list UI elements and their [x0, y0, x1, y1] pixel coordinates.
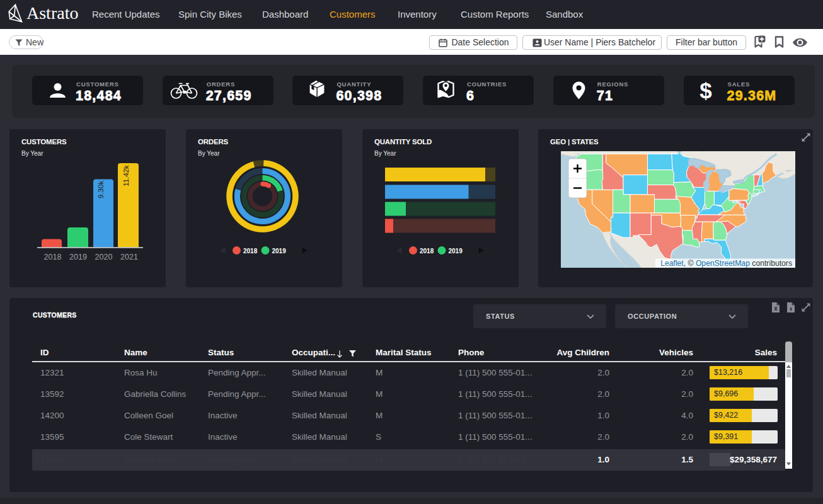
svg-text:2019: 2019 — [69, 253, 87, 261]
svg-text:2018: 2018 — [243, 248, 258, 255]
svg-text:2021: 2021 — [120, 253, 138, 261]
svg-text:2020: 2020 — [95, 253, 113, 261]
svg-text:,: , — [790, 302, 792, 311]
svg-text:$: $ — [699, 79, 711, 103]
svg-text:11.42k: 11.42k — [122, 165, 130, 186]
svg-text:Leaflet, © OpenStreetMap contr: Leaflet, © OpenStreetMap contributors — [660, 259, 792, 268]
svg-text:2019: 2019 — [449, 248, 463, 255]
svg-text:9.30k: 9.30k — [97, 181, 105, 198]
svg-text:2018: 2018 — [44, 253, 62, 261]
svg-text:x: x — [774, 305, 778, 312]
svg-text:2018: 2018 — [420, 248, 434, 255]
svg-text:2019: 2019 — [272, 248, 287, 255]
